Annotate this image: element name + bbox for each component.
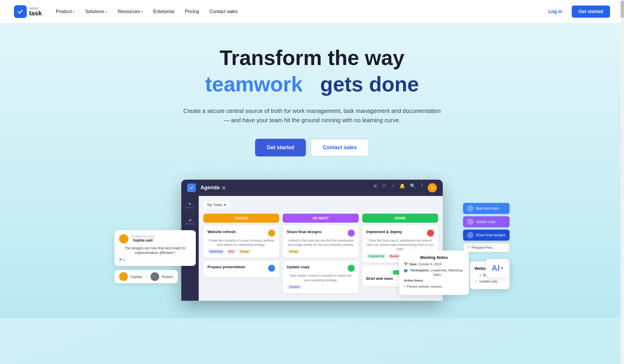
calendar-icon: 📅: [404, 262, 408, 266]
column-upnext: UP NEXT Share final designs Linked to th…: [283, 214, 358, 296]
task-card[interactable]: Website refresh Create two variants of a…: [203, 226, 279, 258]
column-done-header: DONE: [362, 214, 438, 223]
hero-buttons: Get started Contact sales: [14, 139, 610, 156]
scrollbar[interactable]: [621, 0, 624, 364]
avatar-sophia: [119, 272, 128, 281]
task-card-header: Website refresh: [207, 230, 275, 237]
avatar: [268, 265, 275, 272]
hero-title-line2: teamwork gets done: [14, 72, 610, 97]
nav-item-solutions[interactable]: Solutions ▾: [80, 7, 112, 17]
task-tags: Marketing Web Design: [207, 249, 275, 254]
task-title: Update copy: [287, 265, 309, 269]
hero-title-line1: Transform the way: [14, 46, 610, 69]
chevron-down-icon: ▾: [224, 203, 226, 207]
search-icon: 🔍: [189, 203, 192, 206]
tag: Content: [287, 285, 302, 289]
nav-item-enterprise[interactable]: Enterprise: [149, 7, 179, 17]
tag: Design: [287, 249, 300, 254]
task-title: Prepare presentation: [207, 265, 245, 269]
task-card[interactable]: Update copy New written content is neede…: [283, 261, 358, 293]
workflow-item[interactable]: Brief web team: [463, 203, 510, 214]
subtask-item: ✓ Update-copy: [474, 279, 505, 283]
rocket-icon: 🚀: [189, 219, 192, 222]
task-title: Implement & deploy: [366, 230, 402, 234]
task-body: Create two variants of a new company web…: [207, 238, 275, 247]
avatar: [427, 230, 434, 237]
action-item: • Present website variants...: [404, 284, 464, 289]
sparkle-icon: ✦: [500, 266, 504, 271]
task-title: Website refresh: [207, 230, 236, 234]
question-icon: ?: [467, 246, 469, 250]
task-body: New written content is needed to match o…: [287, 273, 354, 282]
float-comment: 20 MINUTES AGO Sophia said The designs a…: [114, 230, 196, 266]
avatar-robert: [150, 272, 159, 281]
nav-right: Log in Get started: [543, 6, 610, 18]
comment-header: 20 MINUTES AGO Sophia said: [119, 234, 191, 244]
hero-section: Transform the way teamwork gets done Cre…: [0, 23, 624, 318]
chevron-down-icon: ▾: [141, 10, 143, 14]
add-icon[interactable]: ⊕: [373, 183, 377, 192]
hero-get-started-button[interactable]: Get started: [255, 139, 306, 156]
chevron-down-icon: ▾: [105, 10, 107, 14]
logo-meister-text: meister: [29, 7, 42, 10]
nav-links: Product ▾ Solutions ▾ Resources ▾ Enterp…: [51, 7, 543, 17]
task-card[interactable]: Prepare presentation: [203, 261, 279, 277]
search-icon[interactable]: 🔍: [410, 183, 416, 192]
task-body: Linked to this task you can find the wir…: [287, 238, 354, 247]
avatar: [467, 205, 474, 212]
comment-time: 20 MINUTES AGO: [131, 235, 155, 238]
help-icon[interactable]: ?: [420, 183, 423, 192]
hero-title-gets-done: gets done: [320, 73, 419, 96]
workflow-item[interactable]: Update copy: [463, 216, 510, 227]
get-started-nav-button[interactable]: Get started: [572, 6, 610, 18]
comment-text: The designs are now final and ready for …: [119, 246, 191, 256]
meeting-title: Meeting Notes: [404, 255, 464, 260]
nav-item-product[interactable]: Product ▾: [51, 7, 79, 17]
hero-contact-sales-button[interactable]: Contact sales: [311, 139, 369, 156]
assign-to: Robert: [162, 275, 173, 279]
check-icon[interactable]: ✓: [391, 183, 395, 192]
clock-icon[interactable]: ⏱: [382, 183, 386, 192]
user-avatar[interactable]: U: [428, 183, 437, 192]
comment-likes: ❤ 2: [119, 258, 191, 262]
meeting-date-row: 📅 Date: October 6, 2024: [404, 262, 464, 266]
hero-title-teamwork: teamwork: [205, 73, 303, 96]
hero-subtitle: Create a secure central source of truth …: [181, 106, 443, 125]
heart-icon: ❤: [119, 258, 122, 262]
my-tasks-button[interactable]: My Tasks ▾: [203, 201, 230, 209]
app-preview: 20 MINUTES AGO Sophia said The designs a…: [109, 180, 515, 301]
ai-logo: AI ✦: [492, 264, 504, 273]
bell-icon[interactable]: 🔔: [399, 183, 405, 192]
nav-logo[interactable]: meister task: [14, 5, 42, 18]
nav-item-contact-sales[interactable]: Contact sales: [205, 7, 242, 17]
workflow-item[interactable]: Share final designs: [463, 230, 510, 241]
float-ai: AI ✦: [486, 259, 510, 277]
topbar-icons: ⊕ ⏱ ✓ 🔔 🔍 ? U: [373, 183, 437, 192]
float-meeting: Meeting Notes 📅 Date: October 6, 2024 👥 …: [399, 251, 469, 295]
sidebar-item-projects[interactable]: 🚀 Projects: [185, 217, 195, 227]
bullet-icon: •: [404, 284, 405, 289]
workflow-item-question[interactable]: ? Prepare Pres...: [463, 243, 510, 252]
float-assign: Sophia → Robert: [114, 270, 178, 283]
sidebar-item-search[interactable]: 🔍 Search: [185, 201, 195, 211]
nav-item-pricing[interactable]: Pricing: [180, 7, 204, 17]
assign-from: Sophia: [130, 275, 142, 279]
task-title: Brief web team: [366, 276, 393, 281]
tag: Marketing: [207, 249, 225, 254]
scrollbar-thumb[interactable]: [621, 1, 624, 18]
avatar: [119, 234, 128, 244]
people-icon: 👥: [404, 268, 408, 273]
avatar: [268, 230, 275, 237]
navbar: meister task Product ▾ Solutions ▾ Resou…: [0, 0, 624, 23]
meeting-participants-row: 👥 Participants: Leadership, Marketing, S…: [404, 268, 464, 277]
task-card-header: Update copy: [287, 265, 354, 272]
kanban-topbar: Agenda ⊞ ⊕ ⏱ ✓ 🔔 🔍 ? U: [181, 180, 443, 196]
task-card[interactable]: Share final designs Linked to this task …: [283, 226, 358, 258]
nav-item-resources[interactable]: Resources ▾: [113, 7, 147, 17]
avatar: [348, 230, 355, 237]
save-icon: ⊞: [222, 185, 225, 190]
tag: Engineering: [366, 254, 386, 258]
logo-task-text: task: [29, 10, 42, 17]
login-button[interactable]: Log in: [543, 6, 568, 17]
column-focus-header: FOCUS: [203, 214, 279, 223]
